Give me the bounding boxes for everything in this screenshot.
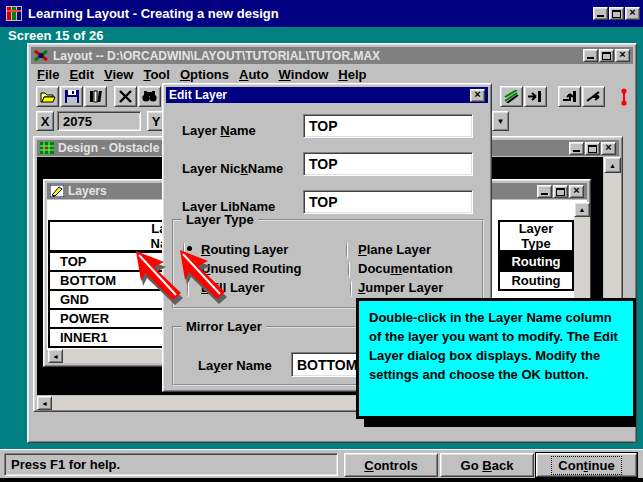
tutorial-tooltip: Double-click in the Layer Name column of… [356, 298, 636, 419]
layer-combo-dropdown-button[interactable]: ▼ [492, 111, 509, 131]
design-title: Design - Obstacle [58, 141, 159, 155]
route-arrow-icon [562, 90, 577, 103]
menu-window[interactable]: Window [274, 65, 334, 83]
red-dumbbell-icon [619, 88, 629, 106]
app-close-button[interactable]: × [625, 7, 640, 20]
controls-button[interactable]: Controls [344, 453, 438, 477]
reconnect-button[interactable] [500, 86, 523, 107]
menu-view[interactable]: View [99, 65, 138, 83]
minimize-icon [587, 57, 594, 59]
close-icon: × [629, 7, 635, 18]
library-books-icon [89, 90, 103, 103]
layers-maximize-button[interactable] [553, 185, 568, 198]
maximize-icon [612, 10, 621, 18]
binoculars-icon [142, 90, 157, 103]
layout-titlebar: Layout -- D:\ORCADWIN\LAYOUT\TUTORIAL\TU… [31, 47, 633, 64]
layout-minimize-button[interactable] [583, 49, 598, 62]
layers-minimize-button[interactable] [537, 185, 552, 198]
menu-file[interactable]: File [32, 65, 64, 83]
library-button[interactable] [84, 86, 107, 107]
layer-type-row-top[interactable]: Routing [498, 251, 574, 272]
layer-name-label: Layer Name [182, 123, 256, 138]
tooltip-text: Double-click in the Layer Name column of… [369, 310, 618, 382]
delete-button[interactable] [114, 86, 137, 107]
layer-libname-input[interactable]: TOP [303, 190, 473, 214]
continue-button[interactable]: Continue [535, 452, 638, 478]
delete-x-icon [119, 90, 132, 103]
route-button[interactable] [558, 86, 581, 107]
radio-documentation-label: Documentation [358, 261, 453, 276]
design-maximize-button[interactable] [585, 142, 600, 155]
close-icon: × [573, 185, 579, 196]
min-distance-button[interactable] [612, 86, 635, 107]
app-title: Learning Layout - Creating a new design [28, 6, 279, 21]
design-minimize-button[interactable] [569, 142, 584, 155]
mirror-layer-legend: Mirror Layer [182, 319, 266, 334]
app-icon [6, 6, 22, 21]
find-button[interactable] [138, 86, 161, 107]
layers-title: Layers [68, 184, 107, 198]
unroute-slash-arrow-icon [586, 90, 601, 103]
floppy-disk-icon [65, 90, 79, 103]
radio-plane-layer[interactable] [346, 242, 348, 259]
close-icon: × [474, 89, 480, 100]
component-button[interactable] [524, 86, 547, 107]
close-icon: × [605, 142, 611, 153]
maximize-icon [588, 145, 597, 153]
menu-bar: File Edit View Tool Options Auto Window … [32, 65, 632, 83]
open-folder-icon [40, 90, 56, 103]
footer-bar: Press F1 for help. Controls Go Back Cont… [0, 449, 643, 478]
app-minimize-button[interactable] [593, 7, 608, 20]
radio-documentation[interactable] [348, 261, 350, 278]
x-coord-label: X [36, 111, 54, 131]
layer-type-row-bottom[interactable]: Routing [498, 270, 574, 291]
app-maximize-button[interactable] [609, 7, 624, 20]
radio-plane-layer-label: Plane Layer [358, 242, 431, 257]
scroll-up-icon[interactable]: ▲ [574, 202, 590, 217]
x-coord-value[interactable]: 2075 [57, 111, 141, 131]
status-message: Press F1 for help. [4, 453, 338, 476]
save-file-button[interactable] [60, 86, 83, 107]
open-file-button[interactable] [36, 86, 59, 107]
design-icon [40, 142, 54, 154]
menu-edit[interactable]: Edit [64, 65, 99, 83]
layers-close-button[interactable]: × [569, 185, 584, 198]
design-close-button[interactable]: × [601, 142, 616, 155]
layout-app-icon [34, 49, 49, 62]
scroll-left-icon[interactable]: ◄ [48, 349, 63, 363]
radio-jumper-layer-label: Jumper Layer [358, 280, 443, 295]
menu-help[interactable]: Help [333, 65, 371, 83]
layer-nickname-input[interactable]: TOP [303, 152, 473, 176]
maximize-icon [602, 52, 611, 60]
menu-auto[interactable]: Auto [234, 65, 274, 83]
layer-name-input[interactable]: TOP [303, 114, 473, 138]
layout-maximize-button[interactable] [599, 49, 614, 62]
tooltip-shadow [364, 418, 636, 427]
layer-type-header: LayerType [498, 220, 574, 253]
layout-close-button[interactable]: × [615, 49, 630, 62]
radio-jumper-layer[interactable] [350, 280, 352, 297]
layer-type-legend: Layer Type [182, 212, 258, 227]
minimize-icon [597, 15, 604, 17]
edit-layer-titlebar: Edit Layer × [166, 87, 488, 103]
scroll-up-icon[interactable]: ▲ [604, 157, 621, 173]
menu-options[interactable]: Options [175, 65, 234, 83]
mirror-layer-name-label: Layer Name [198, 358, 272, 373]
minimize-icon [541, 193, 548, 195]
reconnect-icon [504, 90, 519, 103]
dialog-close-button[interactable]: × [470, 89, 485, 102]
app-titlebar: Learning Layout - Creating a new design … [0, 0, 643, 27]
arrow-to-bar-icon [528, 90, 543, 103]
minimize-icon [573, 150, 580, 152]
layer-nickname-label: Layer NickName [182, 161, 283, 176]
menu-tool[interactable]: Tool [138, 65, 174, 83]
scroll-left-icon[interactable]: ◄ [37, 396, 52, 410]
unroute-button[interactable] [582, 86, 605, 107]
close-icon: × [619, 49, 625, 60]
go-back-button[interactable]: Go Back [440, 453, 534, 477]
red-arrow-cursor-dialog [180, 250, 232, 306]
edit-layer-title: Edit Layer [169, 88, 227, 102]
screen-counter: Screen 15 of 26 [8, 28, 103, 43]
footer-black-strip [0, 478, 643, 482]
maximize-icon [556, 188, 565, 196]
